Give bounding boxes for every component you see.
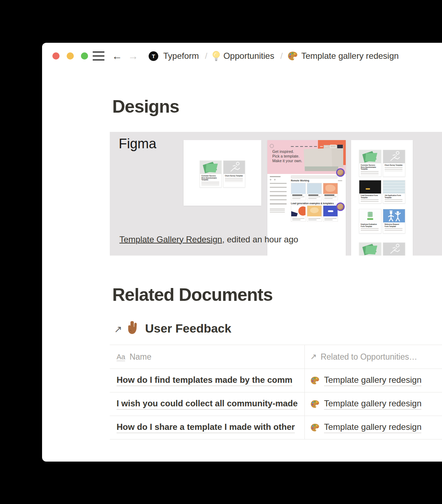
palette-icon (310, 376, 320, 385)
placeholder-line (338, 180, 342, 181)
row-title-link[interactable]: How do I share a template I made with ot… (117, 422, 295, 433)
avatar (336, 168, 345, 177)
card-title: Churn Survey Template (385, 164, 404, 166)
runner-image (383, 243, 405, 256)
headline-line: Pick a template. (272, 154, 302, 159)
column-header-label: Related to Opportunities… (320, 352, 417, 362)
breadcrumb-workspace[interactable]: Typeform (163, 51, 199, 61)
placeholder-line (270, 176, 281, 177)
headline-line: Make it your own. (272, 159, 302, 163)
calculator-image (359, 209, 381, 222)
hero-screenshot (304, 148, 332, 169)
palette-icon (310, 423, 320, 432)
user-feedback-table: Aa Name ↗ Related to Opportunities… How … (110, 345, 442, 439)
card-title: Churn Survey Template (225, 175, 243, 177)
runner-image (383, 150, 405, 163)
figma-file-link[interactable]: Template Gallery Redesign (119, 235, 222, 244)
forward-icon[interactable]: → (128, 50, 138, 62)
figma-frame-3: Customer Success Story Questionnaire Tem… (351, 140, 413, 256)
sidebar-menu-icon[interactable] (93, 51, 104, 61)
envelope-image (200, 161, 221, 174)
palette-icon (287, 51, 298, 61)
mock-signin-button (337, 145, 343, 148)
mock-card-row (291, 205, 338, 222)
mock-card-row (291, 183, 338, 200)
people-image (383, 209, 405, 222)
app-window: ← → T Typeform / Opportunities / Templat… (42, 43, 442, 462)
hero-photo-strip (305, 166, 338, 171)
template-card-pair: Customer Success Story Questionnaire Tem… (359, 150, 405, 177)
open-database-arrow-icon: ↗ (114, 324, 122, 335)
designs-heading: Designs (112, 96, 179, 117)
card-description-lines (361, 228, 379, 231)
breadcrumb-separator: / (205, 51, 207, 61)
nav-placeholder (300, 146, 303, 147)
embed-caption-suffix: , edited an hour ago (222, 235, 298, 244)
card-title: Customer Success Story Questionnaire Tem… (201, 175, 220, 181)
card-title: Lead Generation Form Template (361, 195, 380, 199)
related-page-link[interactable]: Template gallery redesign (324, 398, 421, 410)
template-card-pair: Lead Generation Form Template Job Applic… (359, 180, 405, 204)
back-icon[interactable]: ← (112, 50, 122, 62)
card-description-lines (361, 199, 379, 202)
avatar (336, 202, 345, 211)
table-row[interactable]: I wish you could collect all community-m… (110, 392, 442, 416)
related-page-link[interactable]: Template gallery redesign (324, 422, 421, 433)
mock-search-input (291, 175, 338, 179)
template-card: Customer Success Story Questionnaire Tem… (200, 160, 222, 187)
close-window-button[interactable] (52, 52, 60, 60)
card-description-lines (385, 199, 402, 202)
placeholder-lines (270, 209, 285, 213)
related-page-link[interactable]: Template gallery redesign (324, 375, 421, 386)
row-title-link[interactable]: I wish you could collect all community-m… (117, 398, 298, 410)
table-header-row: Aa Name ↗ Related to Opportunities… (110, 345, 442, 369)
card-title: Employee Evaluation Form Template (361, 223, 380, 227)
breadcrumb-separator: / (280, 51, 283, 61)
card-title: Job Application Form Template (385, 195, 404, 199)
envelope-image (359, 150, 381, 163)
nav-placeholder (305, 146, 308, 147)
zoom-window-button[interactable] (81, 52, 88, 60)
card-description-lines (385, 228, 402, 232)
mock-sidebar (270, 176, 288, 213)
card-description-lines (361, 171, 379, 175)
mock-logo-icon (270, 144, 274, 148)
mock-section-label: Lead generation examples & templates (291, 202, 334, 205)
headline-line: Get inspired. (272, 149, 302, 154)
column-header-name[interactable]: Aa Name (110, 345, 305, 369)
palette-icon (310, 400, 320, 408)
template-card-pair (359, 242, 405, 256)
title-property-icon: Aa (117, 353, 125, 361)
nav-placeholder (309, 146, 312, 147)
mock-radio-row (270, 179, 288, 180)
column-header-related[interactable]: ↗ Related to Opportunities… (305, 345, 442, 369)
paper-image (383, 180, 405, 194)
row-title-link[interactable]: How do I find templates made by the comm (117, 375, 292, 386)
breadcrumb-item-page[interactable]: Template gallery redesign (301, 51, 399, 61)
linked-database-title[interactable]: User Feedback (145, 322, 231, 335)
mock-headline: Get inspired. Pick a template. Make it y… (272, 149, 302, 163)
mock-section-label: Remote Working (291, 179, 309, 182)
figma-frame-1: Customer Success Story Questionnaire Tem… (184, 140, 261, 206)
table-row[interactable]: How do I share a template I made with ot… (110, 416, 442, 439)
column-header-label: Name (129, 352, 151, 362)
placeholder-lines (270, 183, 287, 206)
nav-placeholder (325, 146, 328, 147)
figma-embed[interactable]: Figma Customer Success Story Questionnai… (110, 132, 442, 256)
dark-form-image (359, 180, 381, 194)
breadcrumb-item-opportunities[interactable]: Opportunities (223, 51, 274, 61)
table-row[interactable]: How do I find templates made by the comm… (110, 369, 442, 392)
card-description-lines (225, 178, 243, 182)
breadcrumb: ← → T Typeform / Opportunities / Templat… (112, 49, 442, 63)
typeform-logo-icon[interactable]: T (149, 51, 158, 61)
relation-property-icon: ↗ (310, 352, 317, 361)
template-card: Churn Survey Template (223, 160, 245, 187)
mock-hero: Get inspired. Pick a template. Make it y… (267, 140, 346, 174)
pointing-finger-icon (128, 320, 139, 336)
related-documents-heading: Related Documents (112, 284, 273, 305)
card-title: Reference Request Form Template (385, 223, 404, 227)
template-card-pair: Employee Evaluation Form Template Refere… (359, 209, 405, 233)
card-description-lines (201, 182, 219, 186)
template-card-pair: Customer Success Story Questionnaire Tem… (200, 160, 245, 187)
minimize-window-button[interactable] (67, 52, 74, 60)
